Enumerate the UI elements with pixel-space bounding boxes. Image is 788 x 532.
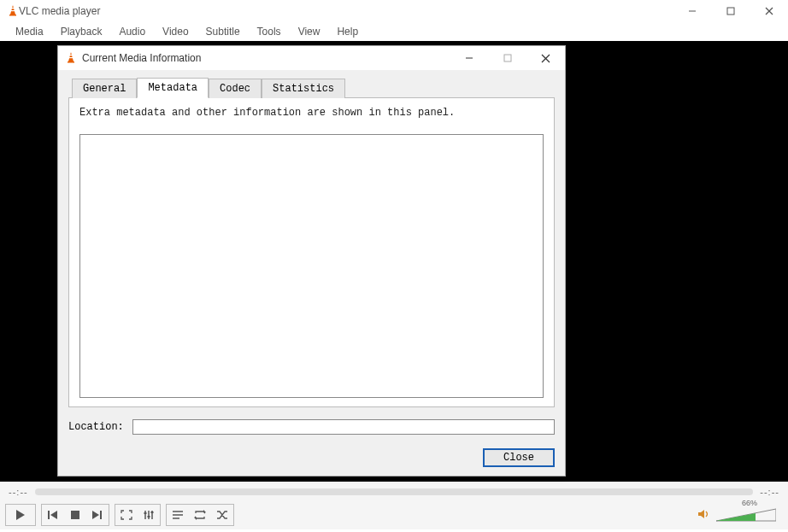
skip-forward-icon [91, 510, 103, 520]
app-title: VLC media player [19, 5, 100, 17]
sliders-icon [143, 510, 155, 520]
svg-rect-9 [68, 61, 74, 63]
volume-slider[interactable]: 66% [716, 507, 776, 523]
tab-pane-metadata: Extra metadata and other information are… [68, 97, 555, 407]
svg-marker-33 [698, 510, 704, 518]
location-label: Location: [68, 421, 124, 433]
svg-rect-10 [69, 55, 73, 56]
tab-codec[interactable]: Codec [209, 79, 262, 98]
dialog-titlebar: Current Media Information [58, 46, 565, 70]
menubar: Media Playback Audio Video Subtitle Tool… [0, 22, 788, 41]
dialog-minimize-button[interactable] [450, 47, 488, 69]
tab-general[interactable]: General [72, 79, 137, 98]
dialog-title: Current Media Information [82, 52, 201, 64]
svg-rect-21 [100, 511, 102, 519]
stop-icon [70, 510, 80, 520]
previous-button[interactable] [42, 505, 64, 525]
svg-marker-18 [50, 511, 57, 519]
menu-tools[interactable]: Tools [249, 23, 290, 40]
bottom-bar: --:-- --:-- 66% [0, 482, 788, 529]
svg-rect-2 [11, 8, 15, 9]
close-button[interactable]: Close [483, 448, 555, 467]
dialog-close-button[interactable] [526, 47, 565, 69]
main-titlebar: VLC media player [0, 0, 788, 22]
menu-media[interactable]: Media [7, 23, 52, 40]
fullscreen-icon [121, 510, 132, 520]
shuffle-icon [216, 510, 228, 520]
svg-marker-0 [10, 5, 15, 15]
time-elapsed: --:-- [9, 487, 28, 497]
close-window-button[interactable] [750, 0, 788, 22]
menu-video[interactable]: Video [154, 23, 197, 40]
skip-back-icon [47, 510, 59, 520]
svg-rect-11 [69, 57, 74, 58]
svg-rect-3 [11, 10, 15, 11]
vlc-cone-icon [7, 4, 19, 19]
metadata-content-box [79, 134, 544, 398]
svg-rect-13 [504, 55, 511, 61]
metadata-pane-description: Extra metadata and other information are… [79, 107, 544, 119]
media-info-dialog: Current Media Information General Metada… [57, 45, 566, 476]
menu-audio[interactable]: Audio [110, 23, 154, 40]
dialog-maximize-button[interactable] [488, 47, 526, 69]
svg-rect-25 [144, 512, 147, 514]
svg-rect-19 [71, 511, 79, 519]
svg-marker-16 [16, 510, 25, 520]
dialog-tabs: General Metadata Codec Statistics [72, 77, 555, 97]
volume-percent: 66% [742, 499, 757, 507]
svg-marker-31 [203, 510, 206, 512]
loop-button[interactable] [189, 505, 211, 525]
minimize-button[interactable] [673, 0, 711, 22]
svg-rect-1 [9, 15, 16, 16]
video-area: Current Media Information General Metada… [0, 41, 788, 482]
svg-marker-8 [68, 52, 74, 61]
seek-slider[interactable] [35, 488, 754, 495]
time-total: --:-- [760, 487, 779, 497]
extended-settings-button[interactable] [138, 505, 160, 525]
svg-rect-26 [148, 516, 150, 517]
svg-rect-5 [727, 8, 734, 15]
menu-view[interactable]: View [290, 23, 329, 40]
play-button[interactable] [5, 504, 36, 526]
playlist-button[interactable] [167, 505, 189, 525]
menu-subtitle[interactable]: Subtitle [197, 23, 249, 40]
playlist-icon [172, 510, 184, 520]
play-icon [15, 509, 26, 521]
loop-icon [194, 510, 206, 520]
next-button[interactable] [86, 505, 109, 525]
menu-help[interactable]: Help [328, 23, 367, 40]
fullscreen-button[interactable] [115, 505, 138, 525]
svg-rect-27 [151, 512, 154, 513]
svg-rect-17 [48, 511, 50, 519]
tab-statistics[interactable]: Statistics [262, 79, 345, 98]
tab-metadata[interactable]: Metadata [137, 78, 209, 98]
svg-marker-20 [92, 511, 99, 519]
menu-playback[interactable]: Playback [52, 23, 111, 40]
maximize-button[interactable] [711, 0, 750, 22]
stop-button[interactable] [64, 505, 86, 525]
svg-marker-32 [194, 517, 197, 520]
speaker-icon[interactable] [697, 508, 711, 523]
location-input[interactable] [132, 419, 555, 435]
vlc-cone-icon [65, 51, 77, 66]
shuffle-button[interactable] [211, 505, 233, 525]
